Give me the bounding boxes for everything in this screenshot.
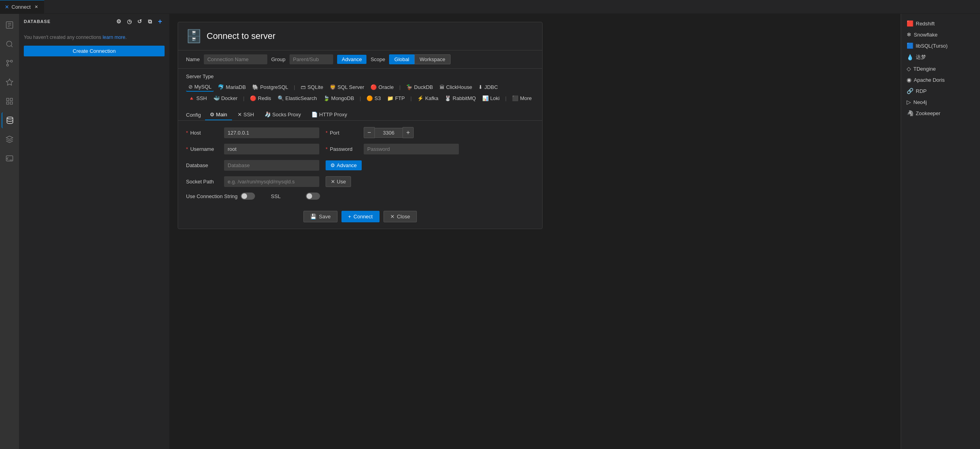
create-connection-button[interactable]: Create Connection [24, 46, 165, 56]
host-input[interactable] [224, 127, 319, 138]
scope-workspace-button[interactable]: Workspace [414, 54, 451, 64]
port-label: * Port [326, 130, 357, 136]
server-type-oracle[interactable]: 🔴 Oracle [368, 83, 396, 91]
svg-marker-17 [6, 136, 13, 139]
activity-explore[interactable] [2, 36, 17, 52]
svg-rect-14 [7, 102, 9, 104]
elasticsearch-icon: 🔍 [278, 95, 284, 101]
tab-close-button[interactable]: ✕ [33, 4, 39, 10]
save-button[interactable]: 💾 Save [303, 211, 338, 222]
group-input[interactable] [290, 54, 333, 64]
username-input[interactable] [224, 144, 319, 154]
activity-git[interactable] [2, 55, 17, 71]
right-panel-dameng[interactable]: 💧 达梦 [904, 52, 977, 62]
server-type-row-1: ⊘ MySQL 🐬 MariaDB 🐘 PostgreSQL | [186, 83, 534, 92]
history-button[interactable]: ◷ [125, 17, 134, 26]
right-panel-rdp[interactable]: 🔗 RDP [904, 86, 977, 96]
sep3: | [242, 95, 246, 101]
database-advance-button[interactable]: ⚙ Advance [326, 160, 362, 170]
server-type-jdbc[interactable]: ⬇ JDBC [476, 83, 500, 91]
config-tab-ssh[interactable]: ✕ SSH [233, 110, 259, 120]
server-type-postgresql[interactable]: 🐘 PostgreSQL [250, 83, 291, 91]
use-icon: ✕ [331, 179, 335, 185]
sqlserver-icon: 🦁 [330, 84, 336, 90]
server-type-ftp[interactable]: 📁 FTP [385, 94, 407, 102]
right-panel-apache-doris[interactable]: ◉ Apache Doris [904, 75, 977, 85]
svg-point-8 [11, 60, 13, 62]
server-type-ssh[interactable]: 🔺 SSH [186, 94, 209, 102]
right-panel-zookeeper[interactable]: 🦓 Zookeeper [904, 108, 977, 118]
activity-terminal[interactable] [2, 150, 17, 166]
right-panel-tdengine[interactable]: ◇ TDengine [904, 64, 977, 73]
add-button[interactable]: + [156, 17, 165, 26]
port-group-wrapper: * Port − + [326, 127, 414, 138]
server-type-mongodb[interactable]: 🍃 MongoDB [321, 94, 357, 102]
activity-search[interactable] [2, 17, 17, 33]
activity-deploy[interactable] [2, 74, 17, 90]
server-type-sqlite[interactable]: 🗃 SQLite [298, 83, 326, 91]
redis-icon: 🔴 [250, 95, 256, 101]
tab-bar: ✕ Connect ✕ [0, 0, 980, 14]
server-type-duckdb[interactable]: 🦆 DuckDB [404, 83, 435, 91]
scope-global-button[interactable]: Global [389, 54, 414, 64]
server-type-s3[interactable]: 🟠 S3 [364, 94, 383, 102]
refresh-button[interactable]: ↺ [135, 17, 144, 26]
advance-button[interactable]: Advance [337, 55, 367, 64]
server-type-kafka[interactable]: ⚡ Kafka [415, 94, 441, 102]
svg-rect-12 [7, 98, 9, 101]
server-type-docker[interactable]: 🐳 Docker [211, 94, 240, 102]
http-proxy-tab-icon: 📄 [311, 112, 318, 118]
password-group-wrapper: * Password [326, 144, 459, 154]
socket-use-button[interactable]: ✕ Use [326, 176, 351, 187]
activity-database[interactable] [2, 112, 17, 128]
use-connection-string-toggle[interactable] [241, 193, 255, 200]
server-type-sqlserver[interactable]: 🦁 SQL Server [327, 83, 366, 91]
sidebar: DATABASE ⚙ ◷ ↺ ⧉ + You haven't created a… [19, 14, 170, 449]
loki-icon: 📊 [482, 95, 489, 101]
database-input[interactable] [224, 160, 319, 171]
right-panel-libsql[interactable]: 🟦 libSQL(Turso) [904, 41, 977, 50]
activity-layers[interactable] [2, 131, 17, 147]
server-type-clickhouse[interactable]: 🏛 ClickHouse [437, 83, 475, 91]
settings-button[interactable]: ⚙ [115, 17, 123, 26]
connect-button[interactable]: + Connect [341, 211, 380, 222]
socket-path-input[interactable] [224, 176, 319, 187]
copy-button[interactable]: ⧉ [146, 17, 154, 26]
server-type-section: Server Type ⊘ MySQL 🐬 MariaDB 🐘 Postgr [178, 69, 542, 107]
config-tab-main[interactable]: ⚙ Main [205, 110, 232, 120]
activity-grid[interactable] [2, 93, 17, 109]
oracle-icon: 🔴 [370, 84, 377, 90]
database-row: Database ⚙ Advance [186, 160, 534, 171]
port-increment-button[interactable]: + [403, 127, 414, 138]
right-panel: 🟥 Redshift ❄ Snowflake 🟦 libSQL(Turso) 💧… [901, 14, 980, 449]
use-connection-string-label: Use Connection String [186, 193, 238, 199]
port-decrement-button[interactable]: − [364, 127, 375, 138]
config-tab-socks-proxy[interactable]: 🧦 Socks Proxy [260, 110, 306, 120]
server-type-loki[interactable]: 📊 Loki [480, 94, 502, 102]
mysql-icon: ⊘ [188, 84, 193, 90]
right-panel-snowflake[interactable]: ❄ Snowflake [904, 30, 977, 39]
svg-point-6 [7, 60, 9, 62]
right-panel-redshift[interactable]: 🟥 Redshift [904, 19, 977, 28]
host-port-row: * Host * Port − + [186, 127, 534, 138]
right-panel-neo4j[interactable]: ▷ Neo4j [904, 97, 977, 107]
ssl-toggle[interactable] [306, 193, 320, 200]
zookeeper-icon: 🦓 [907, 110, 913, 116]
scope-button-group: Global Workspace [389, 54, 450, 64]
server-type-more[interactable]: ⬛ More [510, 94, 534, 102]
port-input[interactable] [375, 128, 403, 138]
server-type-redis[interactable]: 🔴 Redis [247, 94, 273, 102]
learn-more-link[interactable]: learn more [103, 35, 125, 40]
password-input[interactable] [364, 144, 459, 154]
username-required-star: * [186, 146, 188, 152]
tab-connect[interactable]: ✕ Connect ✕ [0, 0, 44, 14]
server-type-mariadb[interactable]: 🐬 MariaDB [215, 83, 248, 91]
close-button[interactable]: ✕ Close [384, 211, 417, 222]
svg-point-4 [7, 41, 12, 46]
scope-label: Scope [370, 56, 385, 62]
server-type-mysql[interactable]: ⊘ MySQL [186, 83, 214, 92]
config-tab-http-proxy[interactable]: 📄 HTTP Proxy [307, 110, 352, 120]
connection-name-input[interactable] [204, 54, 267, 64]
server-type-rabbitmq[interactable]: 🐰 RabbitMQ [442, 94, 478, 102]
server-type-elasticsearch[interactable]: 🔍 ElasticSearch [275, 94, 319, 102]
